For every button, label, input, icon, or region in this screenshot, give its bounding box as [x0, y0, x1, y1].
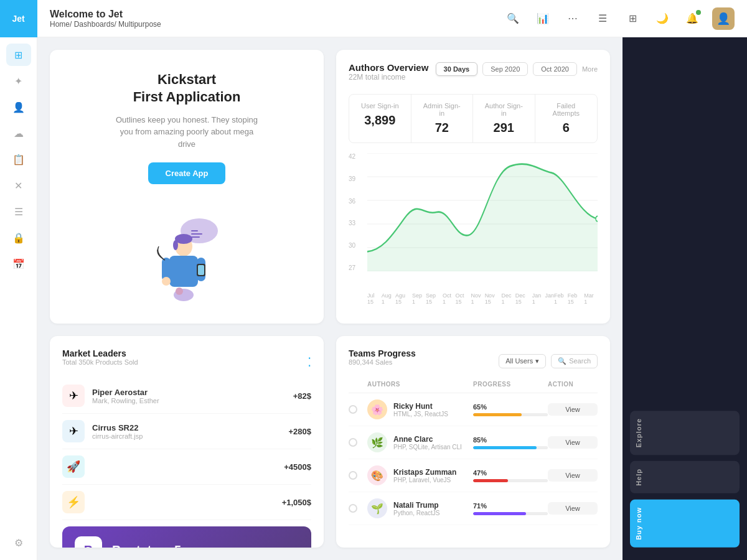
progress-fill-anne — [473, 446, 537, 449]
market-price-1: +82$ — [293, 391, 311, 401]
progress-bar-natali — [473, 512, 548, 515]
sidebar-item-dashboard[interactable]: ⊞ — [6, 44, 31, 66]
explore-button[interactable]: Explore — [630, 411, 740, 455]
sidebar-item-menu[interactable]: ☰ — [6, 200, 31, 223]
dropdown-chevron-icon: ▾ — [535, 357, 539, 365]
progress-bar-anne — [473, 446, 548, 449]
kickstart-title: Kickstart First Application — [133, 71, 241, 106]
sidebar-item-calendar[interactable]: 📅 — [6, 253, 31, 275]
time-filter-sep[interactable]: Sep 2020 — [482, 62, 528, 76]
breadcrumb-home[interactable]: Home/ — [50, 20, 72, 29]
col-authors: AUTHORS — [367, 381, 473, 388]
time-filter-oct[interactable]: Oct 2020 — [533, 62, 577, 76]
user-avatar[interactable]: 👤 — [712, 7, 735, 30]
progress-fill-natali — [473, 512, 526, 515]
market-item-4: ⚡ +1,050$ — [62, 485, 311, 520]
all-users-dropdown[interactable]: All Users ▾ — [499, 354, 546, 368]
market-price-3: +4500$ — [284, 462, 311, 472]
create-app-button[interactable]: Create App — [148, 162, 226, 184]
teams-title: Teams Progress — [349, 348, 416, 358]
moon-icon[interactable]: 🌙 — [652, 9, 672, 29]
teams-row-natali: 🌱 Natali Trump Python, ReactJS 71% View — [349, 492, 598, 525]
chart-x-labels: Jul 15Aug 1Agu 15Sep 1Sep 15 Oct 1Oct 15… — [367, 292, 598, 305]
market-subtitle: Total 350k Products Sold — [62, 358, 138, 366]
team-avatar-kristaps: 🎨 — [367, 465, 387, 485]
team-author-kristaps: 🎨 Kristaps Zumman PHP, Laravel, VueJS — [367, 465, 473, 485]
team-name-kristaps: Kristaps Zumman — [393, 468, 456, 477]
market-price-4: +1,050$ — [282, 498, 311, 507]
team-avatar-anne: 🌿 — [367, 432, 387, 452]
search-box[interactable]: 🔍 Search — [551, 354, 598, 368]
sidebar-item-close[interactable]: ✕ — [6, 174, 31, 197]
sidebar-item-lock[interactable]: 🔒 — [6, 226, 31, 249]
main-content: Kickstart First Application Outlines kee… — [37, 37, 622, 560]
search-icon-teams: 🔍 — [558, 357, 566, 365]
stat-author-signin: Author Sign-in 291 — [473, 95, 535, 142]
buynow-button[interactable]: Buy now — [630, 500, 740, 548]
sidebar-item-settings[interactable]: ⚙ — [6, 531, 31, 554]
team-checkbox-ricky[interactable] — [349, 405, 357, 414]
team-author-anne: 🌿 Anne Clarc PHP, SQLite, Artisan CLI — [367, 432, 473, 452]
apps-icon[interactable]: ⋯ — [563, 9, 583, 29]
market-info-2: Cirrus SR22 cirrus-aircraft.jsp — [92, 423, 281, 440]
sidebar-item-reports[interactable]: 📋 — [6, 148, 31, 170]
sidebar-logo[interactable]: Jet — [0, 0, 37, 37]
time-filter-30days[interactable]: 30 Days — [436, 62, 478, 76]
progress-fill-ricky — [473, 413, 522, 416]
page-title: Welcome to Jet — [50, 9, 161, 20]
breadcrumb-multipurpose[interactable]: Multipurpose — [118, 20, 161, 29]
teams-table-header: AUTHORS PROGRESS ACTION — [349, 376, 598, 393]
stat-value-admin: 72 — [421, 121, 463, 135]
market-icon-1: ✈ — [62, 385, 85, 407]
breadcrumb-dashboards[interactable]: Dashboards/ — [74, 20, 116, 29]
chart-inner — [367, 153, 598, 290]
time-filter-more[interactable]: More — [582, 65, 598, 73]
progress-pct-natali: 71% — [473, 502, 548, 510]
stat-label-author: Author Sign-in — [483, 102, 525, 117]
team-author-natali: 🌱 Natali Trump Python, ReactJS — [367, 498, 473, 518]
market-icon-3: 🚀 — [62, 455, 85, 478]
svg-point-7 — [173, 240, 178, 250]
team-checkbox-anne[interactable] — [349, 438, 357, 447]
illustration — [137, 203, 237, 302]
team-info-natali: Natali Trump Python, ReactJS — [393, 501, 439, 516]
team-author-ricky: 🌸 Ricky Hunt HTML, JS, ReactJS — [367, 399, 473, 419]
team-checkbox-natali[interactable] — [349, 504, 357, 513]
sidebar-item-users[interactable]: 👤 — [6, 96, 31, 118]
view-btn-ricky[interactable]: View — [548, 403, 598, 416]
market-icon-4: ⚡ — [62, 491, 85, 513]
sidebar-item-cloud[interactable]: ☁ — [6, 122, 31, 144]
svg-rect-8 — [169, 256, 198, 287]
search-icon[interactable]: 🔍 — [503, 9, 523, 29]
col-progress: PROGRESS — [473, 381, 548, 388]
stat-label-admin: Admin Sign-in — [421, 102, 463, 117]
grid-icon[interactable]: ⊞ — [622, 9, 642, 29]
progress-kristaps: 47% — [473, 469, 548, 482]
notification-dot[interactable]: 🔔 — [682, 9, 702, 29]
team-checkbox-kristaps[interactable] — [349, 471, 357, 480]
teams-row-kristaps: 🎨 Kristaps Zumman PHP, Laravel, VueJS 47… — [349, 459, 598, 492]
teams-title-group: Teams Progress 890,344 Sales — [349, 348, 416, 373]
chart-y-labels: 423936333027 — [349, 153, 355, 271]
content-area: Kickstart First Application Outlines kee… — [37, 37, 747, 560]
breadcrumb: Home/ Dashboards/ Multipurpose — [50, 20, 161, 29]
authors-card-header: Authors Overview 22M total income 30 Day… — [349, 62, 598, 91]
view-btn-anne[interactable]: View — [548, 436, 598, 449]
stat-label-user: User Sign-in — [359, 102, 401, 110]
chart-icon[interactable]: 📊 — [533, 9, 553, 29]
menu-icon[interactable]: ☰ — [593, 9, 613, 29]
kickstart-description: Outlines keep you honest. They stoping y… — [112, 114, 261, 151]
topbar-left: Welcome to Jet Home/ Dashboards/ Multipu… — [50, 9, 161, 29]
progress-bar-ricky — [473, 413, 548, 416]
market-more-button[interactable]: ⁚ — [308, 355, 311, 370]
view-btn-natali[interactable]: View — [548, 502, 598, 515]
market-name-2: Cirrus SR22 — [92, 423, 281, 432]
progress-anne: 85% — [473, 436, 548, 449]
help-button[interactable]: Help — [630, 461, 740, 493]
sidebar-nav: ⊞ ✦ 👤 ☁ 📋 ✕ ☰ 🔒 📅 — [6, 37, 31, 525]
sidebar-item-analytics[interactable]: ✦ — [6, 70, 31, 92]
market-info-1: Piper Aerostar Mark, Rowling, Esther — [92, 388, 286, 404]
view-btn-kristaps[interactable]: View — [548, 469, 598, 482]
stats-row: User Sign-in 3,899 Admin Sign-in 72 Auth… — [349, 94, 598, 143]
main-wrapper: Welcome to Jet Home/ Dashboards/ Multipu… — [37, 0, 747, 560]
